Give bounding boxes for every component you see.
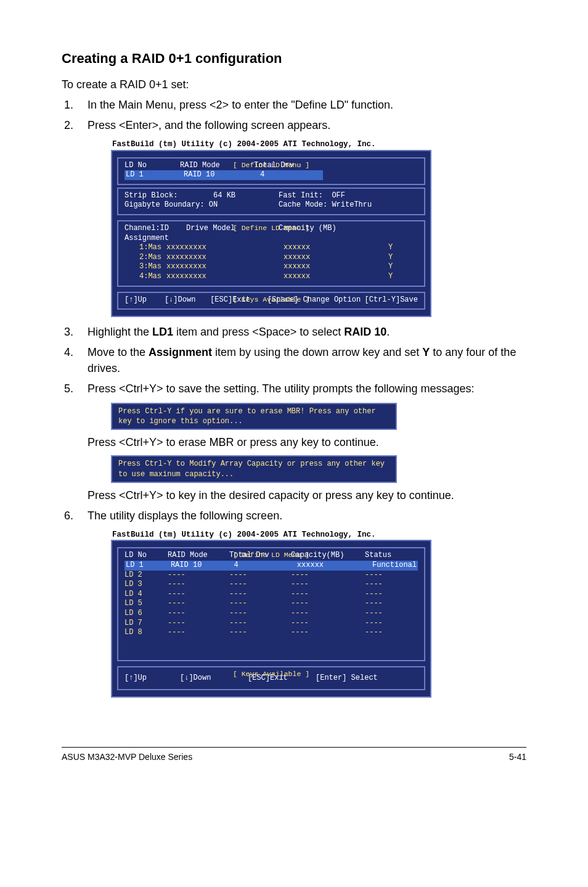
bios2-title: FastBuild (tm) Utility (c) 2004-2005 ATI…	[111, 530, 431, 540]
hdr-as: Assignment	[125, 234, 169, 244]
ld-row: LD 2----------------	[125, 571, 418, 580]
cfg-fast: Fast Init: OFF	[279, 191, 345, 201]
ld-row: LD 7----------------	[125, 619, 418, 629]
col-ldno: LD No	[125, 161, 180, 171]
step-5: Press <Ctrl+Y> to save the setting. The …	[76, 381, 526, 397]
b2r1-total: 4	[232, 561, 295, 571]
ld-row: LD 3----------------	[125, 580, 418, 590]
b2-ldno: LD No	[125, 551, 168, 561]
bios-screenshot-2: FastBuild (tm) Utility (c) 2004-2005 ATI…	[111, 530, 431, 698]
drive-row: 2:MasxxxxxxxxxxxxxxxY	[125, 253, 418, 263]
cfg-cache: Cache Mode: WriteThru	[279, 200, 372, 210]
b2-nav-ent: [Enter] Select	[316, 674, 378, 683]
bios1-title: FastBuild (tm) Utility (c) 2004-2005 ATI…	[111, 139, 431, 149]
b2-st: Status	[365, 551, 391, 561]
nav-up: [↑]Up	[125, 295, 165, 305]
b2-mode: RAID Mode	[168, 551, 229, 561]
b2r1-mode: RAID 10	[169, 561, 232, 571]
ld-row: LD 4----------------	[125, 590, 418, 600]
val-ldno: LD 1	[125, 170, 182, 180]
ld-row: LD 8----------------	[125, 628, 418, 638]
msg-box-1: Press Ctrl-Y if you are sure to erase MB…	[111, 403, 397, 430]
footer-right: 5-41	[509, 751, 526, 764]
drive-row: 1:MasxxxxxxxxxxxxxxxY	[125, 243, 418, 253]
ld-row: LD 5----------------	[125, 599, 418, 609]
hdr-ch: Channel:ID	[125, 224, 186, 234]
cfg-strip: Strip Block: 64 KB	[125, 191, 279, 201]
drive-row: 4:MasxxxxxxxxxxxxxxxY	[125, 272, 418, 282]
step-4: Move to the Assignment item by using the…	[76, 345, 526, 376]
drive-row: 3:MasxxxxxxxxxxxxxxxY	[125, 262, 418, 272]
step-1: In the Main Menu, press <2> to enter the…	[76, 97, 526, 113]
prompt-2: Press <Ctrl+Y> to key in the desired cap…	[88, 488, 526, 503]
b2r1-ldno: LD 1	[125, 561, 169, 571]
step-3: Highlight the LD1 item and press <Space>…	[76, 324, 526, 340]
val-mode: RAID 10	[182, 170, 259, 180]
footer-left: ASUS M3A32-MVP Deluxe Series	[62, 751, 192, 764]
nav-ctrl: [Ctrl-Y]Save	[365, 295, 418, 305]
bios-screenshot-1: FastBuild (tm) Utility (c) 2004-2005 ATI…	[111, 139, 431, 317]
cfg-gb: Gigabyte Boundary: ON	[125, 200, 279, 210]
val-total: 4	[259, 170, 323, 180]
prompt-1: Press <Ctrl+Y> to erase MBR or press any…	[88, 435, 526, 450]
b2r1-st: Functional	[371, 561, 418, 571]
msg-box-2: Press Ctrl-Y to Modify Array Capacity or…	[111, 455, 397, 482]
b2r1-cap: xxxxxx	[296, 561, 371, 571]
ld-row: LD 6----------------	[125, 609, 418, 619]
page-heading: Creating a RAID 0+1 configuration	[62, 49, 526, 68]
intro-text: To create a RAID 0+1 set:	[62, 77, 526, 93]
b2-nav-up: [↑]Up	[125, 674, 180, 683]
step-2: Press <Enter>, and the following screen …	[76, 118, 526, 133]
step-6: The utility displays the following scree…	[76, 508, 526, 524]
nav-down: [↓]Down	[165, 295, 210, 305]
